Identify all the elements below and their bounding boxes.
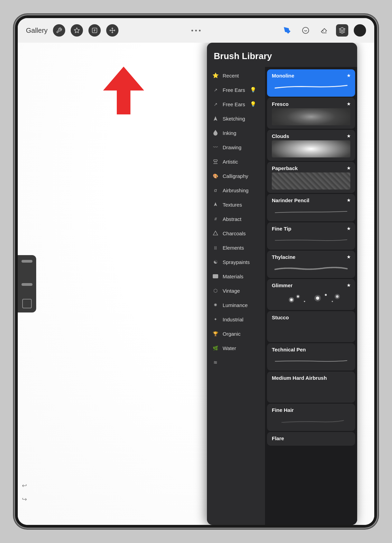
category-elements[interactable]: ☯ Spraypaints <box>207 255 265 269</box>
svg-point-18 <box>314 295 321 301</box>
top-dots <box>192 30 201 31</box>
redo-button[interactable]: ↪ <box>22 496 27 503</box>
category-water[interactable]: ≋ <box>207 355 265 370</box>
top-bar-right <box>281 24 366 37</box>
category-artistic[interactable]: 🎨 Calligraphy <box>207 169 265 183</box>
wrench-icon[interactable] <box>53 24 65 37</box>
charcoals-icon: ||| <box>212 244 219 251</box>
svg-marker-24 <box>103 67 144 114</box>
category-textures[interactable]: /// Abstract <box>207 212 265 226</box>
brush-narinder-star: ★ <box>347 197 351 203</box>
category-materials[interactable]: ⬡ Vintage <box>207 283 265 298</box>
brush-glimmer[interactable]: Glimmer ★ <box>267 279 355 310</box>
category-painting[interactable]: Artistic <box>207 154 265 169</box>
category-organic[interactable]: 🌿 Water <box>207 341 265 355</box>
magic-icon[interactable] <box>71 24 83 37</box>
brush-fresco-content: Fresco ★ <box>267 98 355 129</box>
gallery-button[interactable]: Gallery <box>26 27 47 34</box>
brush-technical-content: Technical Pen <box>267 343 355 371</box>
airbrushing-icon <box>212 201 219 208</box>
category-airbrushing[interactable]: Textures <box>207 197 265 212</box>
industrial-icon: 🏆 <box>212 330 219 337</box>
artistic-icon: 🎨 <box>212 172 219 180</box>
inking-icon <box>212 129 219 137</box>
ipad-screen: Gallery <box>18 18 374 525</box>
brush-paper-name: Paperback <box>272 165 350 171</box>
category-inking[interactable]: Inking <box>207 126 265 140</box>
brush-finetip[interactable]: Fine Tip ★ <box>267 222 355 250</box>
brush-clouds[interactable]: Clouds ★ <box>267 130 355 161</box>
brush-stucco[interactable]: Stucco <box>267 311 355 342</box>
brush-fresco-preview <box>272 108 350 125</box>
eraser-tool-button[interactable] <box>318 24 331 37</box>
category-abstract[interactable]: Charcoals <box>207 226 265 240</box>
category-industrial[interactable]: 🏆 Organic <box>207 326 265 341</box>
brush-fresco-name: Fresco <box>272 101 350 107</box>
top-bar-center <box>192 30 201 31</box>
svg-marker-10 <box>213 231 218 235</box>
svg-point-20 <box>332 301 333 302</box>
modifier-button[interactable] <box>22 299 32 308</box>
top-bar: Gallery <box>18 18 374 43</box>
brush-thylacine-name: Thylacine <box>272 254 350 260</box>
brush-flare-name: Flare <box>272 435 350 441</box>
undo-button[interactable]: ↩ <box>22 482 27 489</box>
ipad-frame: Gallery <box>15 15 377 528</box>
category-free-ears-2[interactable]: ↗ Free Ears 💡 <box>207 97 265 111</box>
brush-monoline-name: Monoline <box>272 73 350 79</box>
brush-thylacine[interactable]: Thylacine ★ <box>267 251 355 278</box>
category-luminance[interactable]: ✦ Industrial <box>207 312 265 326</box>
brush-narinder-name: Narinder Pencil <box>272 197 350 203</box>
svg-point-4 <box>286 29 288 31</box>
svg-point-16 <box>304 301 305 302</box>
smudge-tool-button[interactable] <box>299 24 312 37</box>
water-icon: ≋ <box>212 359 219 366</box>
category-drawing[interactable]: 〰 Drawing <box>207 140 265 154</box>
brush-library-panel: Brush Library ⭐ Recent ↗ Free Ears 💡 <box>207 43 357 525</box>
brush-paper-star: ★ <box>347 165 351 171</box>
red-arrow-annotation <box>96 63 158 119</box>
painting-icon <box>212 158 219 165</box>
category-charcoals[interactable]: ||| Elements <box>207 240 265 255</box>
category-recent[interactable]: ⭐ Recent <box>207 68 265 83</box>
brush-flare-content: Flare <box>267 432 355 446</box>
layers-button[interactable] <box>336 24 348 37</box>
brush-technical-name: Technical Pen <box>272 347 350 352</box>
brush-clouds-name: Clouds <box>272 133 350 139</box>
elements-icon: ☯ <box>212 258 219 266</box>
brush-flare[interactable]: Flare <box>267 432 355 446</box>
brush-technical-preview <box>272 354 350 366</box>
transform-icon[interactable] <box>106 24 118 37</box>
canvas-area[interactable]: ↩ ↪ Brush Library ⭐ Recent ↗ Free Ea <box>18 43 374 525</box>
category-sketching[interactable]: Sketching <box>207 111 265 126</box>
brush-airbrush-content: Medium Hard Airbrush <box>267 372 355 403</box>
calligraphy-icon: α <box>212 186 219 194</box>
brush-monoline-star: ★ <box>347 73 351 78</box>
drawing-icon: 〰 <box>212 143 219 151</box>
color-picker-button[interactable] <box>354 24 366 37</box>
top-bar-left: Gallery <box>26 24 118 37</box>
category-vintage[interactable]: ✺ Luminance <box>207 298 265 312</box>
category-free-ears-1[interactable]: ↗ Free Ears 💡 <box>207 83 265 97</box>
brush-stucco-content: Stucco <box>267 311 355 342</box>
opacity-slider[interactable] <box>22 283 32 286</box>
pencil-tool-button[interactable] <box>281 24 294 37</box>
brush-stucco-preview <box>272 322 350 339</box>
size-slider[interactable] <box>22 260 32 263</box>
brush-paper[interactable]: Paperback ★ <box>267 162 355 193</box>
brush-finehair[interactable]: Fine Hair <box>267 404 355 431</box>
category-spraypaints[interactable]: Materials <box>207 269 265 283</box>
brush-glimmer-preview <box>272 290 350 307</box>
selection-icon[interactable] <box>88 24 101 37</box>
brush-airbrush[interactable]: Medium Hard Airbrush <box>267 372 355 403</box>
materials-icon: ⬡ <box>212 287 219 294</box>
brush-fresco-star: ★ <box>347 101 351 107</box>
brush-monoline[interactable]: Monoline ★ <box>267 69 355 97</box>
brush-technical[interactable]: Technical Pen <box>267 343 355 371</box>
brush-narinder[interactable]: Narinder Pencil ★ <box>267 194 355 221</box>
category-list: ⭐ Recent ↗ Free Ears 💡 ↗ Free Ears 💡 <box>207 67 265 525</box>
svg-marker-0 <box>74 28 80 33</box>
category-calligraphy[interactable]: α Airbrushing <box>207 183 265 197</box>
brush-thylacine-preview <box>272 261 350 274</box>
brush-fresco[interactable]: Fresco ★ <box>267 98 355 129</box>
